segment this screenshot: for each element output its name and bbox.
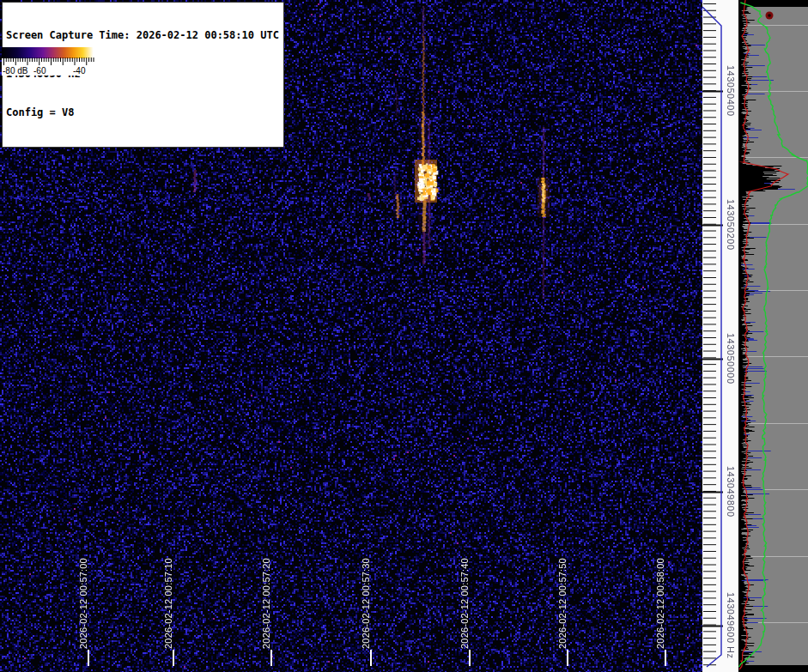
- db-label-max: -40: [73, 66, 85, 76]
- time-tick: [173, 650, 174, 666]
- time-label: 2026-02-12 00:57:00: [78, 558, 88, 649]
- db-label-mid: -60: [33, 66, 46, 76]
- time-label: 2026-02-12 00:57:50: [557, 558, 568, 649]
- color-scale-ticks: [2, 58, 96, 66]
- frequency-label: 143049800: [725, 466, 736, 518]
- db-label-min: -80 dB: [3, 66, 27, 76]
- frequency-label: 143050400: [725, 65, 736, 117]
- time-label: 2026-02-12 00:57:10: [163, 558, 173, 649]
- time-tick: [370, 650, 372, 666]
- time-tick: [567, 650, 568, 666]
- frequency-label: 143050000: [725, 333, 736, 384]
- time-tick: [665, 650, 666, 666]
- time-label: 2026-02-12 00:57:20: [261, 558, 271, 649]
- time-tick: [469, 650, 471, 666]
- time-tick: [88, 650, 89, 666]
- capture-time-line: Screen Capture Time: 2026-02-12 00:58:10…: [6, 29, 279, 42]
- spectrum-lab-capture-window: 1430504001430502001430500001430498001430…: [0, 0, 808, 672]
- time-label: 2026-02-12 00:58:00: [655, 558, 665, 649]
- time-tick: [270, 650, 272, 666]
- config-line: Config = V8: [6, 106, 279, 119]
- color-scale-legend: -80 dB -60 -40: [2, 47, 96, 76]
- time-label: 2026-02-12 00:57:40: [459, 558, 470, 649]
- frequency-label: 143049600 Hz: [725, 592, 736, 659]
- spectrum-graph-panel: [738, 0, 808, 672]
- time-label: 2026-02-12 00:57:30: [361, 558, 371, 649]
- frequency-label: 143050200: [725, 199, 736, 251]
- color-scale-labels: -80 dB -60 -40: [2, 66, 96, 76]
